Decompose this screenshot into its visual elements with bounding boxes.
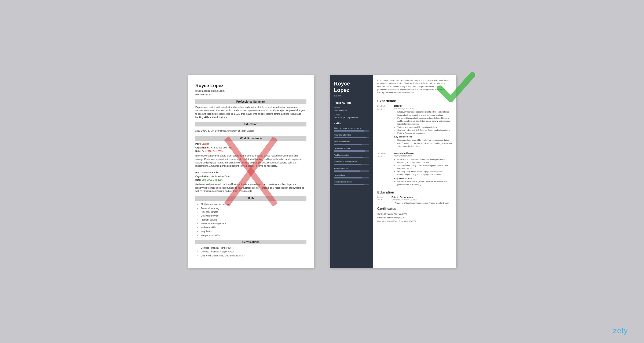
right-job-title: Banker <box>334 94 369 97</box>
phone-label: Phone <box>334 106 369 109</box>
left-work-desc-2: Reviewed and processed credit and loan a… <box>195 183 306 193</box>
skill-item: Problem solving <box>334 154 369 158</box>
exp-entry-1: 2016-12 - 2019-12 Banker RJ Savings and … <box>377 105 452 149</box>
list-item: Effectively managed corporate client por… <box>397 110 452 117</box>
page-container: Royce Lopez royce.z.lopez@gmail.com 916-… <box>0 0 644 343</box>
email-value: royce.z.lopez@gmail.com <box>334 116 369 119</box>
left-summary-text: Experienced banker with excellent mathem… <box>195 106 306 119</box>
right-name: Royce Lopez <box>334 80 369 93</box>
right-resume: Royce Lopez Banker Personal Info Phone 9… <box>330 75 456 268</box>
list-item: Handling daily reconciliation of payment… <box>397 170 452 176</box>
skill-item: Negotiation <box>334 174 369 178</box>
left-work-title: Work Experience <box>195 136 306 141</box>
list-item: Designated primary middle market banking… <box>397 139 452 148</box>
email-label: E-mail <box>334 114 369 116</box>
exp-entry-2: 2015-09 - 2016-12 Associate Banker Merri… <box>377 152 452 187</box>
skill-item: Interpersonal skills <box>334 181 369 185</box>
list-item: Technical skills <box>201 226 306 229</box>
list-item: Customer service <box>201 214 306 218</box>
phone-value: 916-566-6124 <box>334 109 369 111</box>
left-edu-title: Education <box>195 122 306 126</box>
left-name: Royce Lopez <box>195 83 306 88</box>
edu-entry-1: 2011 - 2014 B.A. in Economics University… <box>377 196 452 204</box>
list-item: Ability to work under pressure <box>201 202 306 206</box>
certificates-section-title: Certificates <box>377 207 452 211</box>
list-item: President of the student business and fi… <box>395 202 449 204</box>
list-item: Trained and supported 12+ new bank telle… <box>397 126 452 129</box>
skill-item: Risk assessment <box>334 140 369 145</box>
left-skills-list: Ability to work under pressure Financial… <box>195 202 306 237</box>
list-item: Earned "Banker of the Quarter" twice for… <box>397 180 452 186</box>
left-resume-wrapper: Royce Lopez royce.z.lopez@gmail.com 916-… <box>188 75 314 268</box>
list-item: Supported identifying potential sales op… <box>397 164 452 170</box>
left-cert-title: Certifications <box>195 240 306 244</box>
skill-item: Financial planning <box>334 134 369 138</box>
zety-brand: zety <box>613 326 628 335</box>
education-section-title: Education <box>377 190 452 194</box>
left-resume: Royce Lopez royce.z.lopez@gmail.com 916-… <box>188 75 314 268</box>
resume-main-content: Experienced banker with excellent mathem… <box>373 75 456 268</box>
skill-item: Technical skills <box>334 167 369 172</box>
left-cert-list: Certified Financial Planner (CFP) Certif… <box>195 246 306 258</box>
right-resume-wrapper: Royce Lopez Banker Personal Info Phone 9… <box>330 75 456 268</box>
list-item: Problem solving <box>201 218 306 222</box>
right-summary: Experienced banker with excellent mathem… <box>377 79 452 96</box>
list-item: Sold and redeemed U.S. Savings Bonds app… <box>397 129 452 135</box>
left-work-desc-1: Effectively managed corporate client por… <box>195 154 306 168</box>
list-item: Performed financial risk assessments and… <box>397 117 452 126</box>
left-work-entry-1: Post: Banker Organization: RJ Savings an… <box>195 142 306 168</box>
list-item: Interpersonal skills <box>201 233 306 237</box>
cert-item: Certified Financial Analyst (CFA) <box>377 216 452 220</box>
list-item: Certified Financial Analyst (CFA) <box>201 250 306 253</box>
left-edu-text: 2011-2014, B.A. in Economics, University… <box>195 128 306 134</box>
list-item: Investment management <box>201 222 306 225</box>
left-skills-title: Skills <box>195 196 306 201</box>
list-item: Chartered Mutual Fund Counsellor (CMFC) <box>201 254 306 258</box>
left-work-entry-2: Post: Associate Banker Organization: Mer… <box>195 171 306 193</box>
list-item: Risk assessment <box>201 210 306 214</box>
list-item: Negotiation <box>201 229 306 233</box>
cert-item: Chartered Mutual Fund Counsellor (CMFC) <box>377 219 452 223</box>
left-email: royce.z.lopez@gmail.com 916-566-6124 <box>195 89 306 97</box>
skill-item: Investment management <box>334 161 369 165</box>
left-summary-title: Professional Summary <box>195 99 306 104</box>
skill-item: Customer service <box>334 147 369 152</box>
cert-item: Certified Financial Planner (CFP) <box>377 212 452 216</box>
list-item: Financial planning <box>201 206 306 210</box>
list-item: Reviewed and processed credit and loan a… <box>397 158 452 164</box>
personal-info-title: Personal Info <box>334 101 369 104</box>
list-item: Certified Financial Planner (CFP) <box>201 246 306 250</box>
skills-sidebar-title: Skills <box>334 122 369 125</box>
experience-section-title: Experience <box>377 99 452 103</box>
skill-item: Ability to work under pressure <box>334 127 369 132</box>
resume-sidebar: Royce Lopez Banker Personal Info Phone 9… <box>330 75 373 268</box>
